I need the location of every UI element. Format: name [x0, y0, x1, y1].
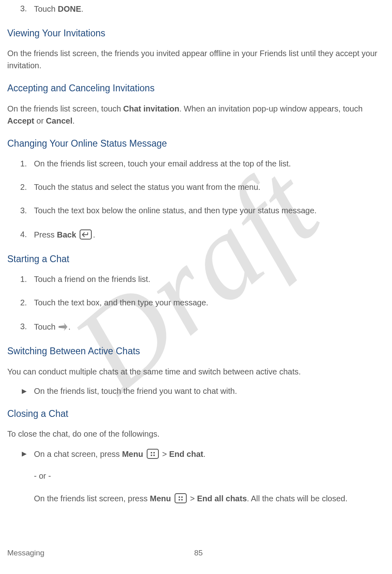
text: On a chat screen, press: [34, 450, 122, 458]
text: . When an invitation pop-up window appea…: [179, 104, 363, 113]
or-separator: - or -: [20, 470, 385, 482]
bold-text: End chat: [169, 450, 203, 458]
bold-text: Accept: [7, 116, 34, 125]
svg-rect-0: [151, 452, 152, 454]
list-item: 3. Touch .: [7, 320, 385, 333]
text: Touch: [34, 4, 58, 13]
arrow-bullet-icon: ►: [20, 385, 34, 397]
heading-accepting-canceling: Accepting and Canceling Invitations: [7, 81, 385, 95]
list-item: 1. Touch a friend on the friends list.: [7, 273, 385, 285]
text: .: [93, 230, 95, 239]
item-text: Touch the text box, and then type your m…: [34, 296, 208, 309]
step3-list: 3. Touch DONE.: [7, 2, 385, 15]
svg-rect-4: [179, 496, 180, 498]
text: Press: [34, 230, 57, 239]
svg-rect-2: [151, 454, 152, 456]
send-icon: [59, 323, 67, 331]
bold-text: Chat invitation: [123, 104, 179, 113]
arrow-bullet-icon: ►: [20, 448, 34, 460]
menu-button-icon: [175, 493, 187, 503]
svg-rect-6: [179, 499, 180, 500]
item-text: Press Back .: [34, 228, 95, 241]
item-text: Touch a friend on the friends list.: [34, 273, 150, 285]
page-content: 3. Touch DONE. Viewing Your Invitations …: [0, 0, 392, 505]
heading-changing-status: Changing Your Online Status Message: [7, 137, 385, 151]
svg-rect-7: [181, 499, 183, 500]
text: . All the chats will be closed.: [247, 494, 348, 503]
bold-text: Back: [57, 230, 76, 239]
text: >: [162, 450, 169, 458]
text: On the friends list screen, touch: [7, 104, 123, 113]
item-number: 4.: [20, 228, 34, 240]
item-number: 1.: [20, 158, 34, 170]
body-text: You can conduct multiple chats at the sa…: [7, 366, 385, 378]
item-text: On a chat screen, press Menu > End chat.: [34, 447, 206, 460]
body-text: On the friends list screen, the friends …: [7, 47, 385, 71]
svg-rect-1: [153, 452, 155, 454]
list-item: ► On a chat screen, press Menu > End cha…: [7, 447, 385, 504]
list-item: 3. Touch DONE.: [7, 2, 385, 15]
text: .: [72, 116, 75, 125]
item-number: 2.: [20, 181, 34, 193]
item-text: Touch DONE.: [34, 2, 83, 15]
bold-text: End all chats: [197, 494, 247, 503]
list-item: 3. Touch the text box below the online s…: [7, 204, 385, 217]
item-text: On the friends list, touch the friend yo…: [34, 385, 237, 397]
text: Touch: [34, 322, 58, 331]
starting-list: 1. Touch a friend on the friends list. 2…: [7, 273, 385, 333]
item-text-alt: On the friends list screen, press Menu >…: [20, 492, 385, 505]
item-text: Touch the status and select the status y…: [34, 181, 260, 193]
heading-starting-chat: Starting a Chat: [7, 252, 385, 266]
list-item: ► On the friends list, touch the friend …: [7, 385, 385, 397]
heading-closing-chat: Closing a Chat: [7, 407, 385, 421]
bold-text: DONE: [58, 4, 81, 13]
svg-rect-5: [181, 496, 183, 498]
back-button-icon: [80, 229, 92, 240]
item-text: Touch .: [34, 320, 71, 333]
text: >: [190, 494, 197, 503]
body-text: On the friends list screen, touch Chat i…: [7, 103, 385, 127]
list-item: 1. On the friends list screen, touch you…: [7, 158, 385, 170]
text: On the friends list screen, press: [34, 494, 150, 503]
list-item: 2. Touch the text box, and then type you…: [7, 296, 385, 309]
text: .: [203, 450, 206, 458]
item-number: 3.: [20, 204, 34, 217]
text: .: [81, 4, 84, 13]
item-number: 3.: [20, 2, 34, 15]
menu-button-icon: [147, 449, 159, 459]
heading-viewing-invitations: Viewing Your Invitations: [7, 26, 385, 40]
page-footer: Messaging 85: [7, 547, 385, 559]
back-arrow-icon: [82, 231, 90, 238]
bold-text: Menu: [122, 450, 143, 458]
item-number: 3.: [20, 320, 34, 332]
menu-dots-icon: [178, 496, 183, 501]
heading-switching-chats: Switching Between Active Chats: [7, 344, 385, 358]
bold-text: Menu: [150, 494, 171, 503]
list-item: 4. Press Back .: [7, 228, 385, 241]
item-number: 2.: [20, 296, 34, 309]
item-number: 1.: [20, 273, 34, 285]
menu-dots-icon: [150, 451, 156, 457]
text: or: [34, 116, 46, 125]
body-text: To close the chat, do one of the followi…: [7, 428, 385, 440]
changing-list: 1. On the friends list screen, touch you…: [7, 158, 385, 241]
text: .: [68, 322, 71, 331]
footer-page-number: 85: [28, 547, 369, 559]
list-item: 2. Touch the status and select the statu…: [7, 181, 385, 193]
switching-list: ► On the friends list, touch the friend …: [7, 385, 385, 397]
svg-rect-3: [153, 454, 155, 456]
bold-text: Cancel: [46, 116, 73, 125]
item-text: On the friends list screen, touch your e…: [34, 158, 291, 170]
item-text: Touch the text box below the online stat…: [34, 204, 316, 217]
closing-list: ► On a chat screen, press Menu > End cha…: [7, 447, 385, 504]
